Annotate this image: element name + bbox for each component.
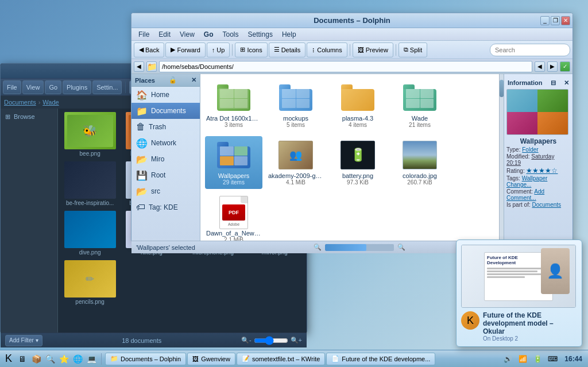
list-item[interactable]: be-free-inspiratio... — [60, 160, 119, 207]
info-selected-name: Wallpapers — [506, 137, 570, 145]
menu-view[interactable]: View — [175, 28, 199, 41]
sidebar-lock-icon[interactable]: 🔓 — [169, 76, 177, 84]
taskbar-icon-2[interactable]: 📦 — [30, 353, 42, 365]
breadcrumb-documents[interactable]: Documents — [4, 99, 36, 106]
zoom-out-icon[interactable]: 🔍 — [314, 244, 322, 251]
preview-label: Preview — [366, 47, 388, 53]
gw-toolbar-btn-plugins[interactable]: Plugins — [63, 80, 91, 94]
location-nav-right[interactable]: ▶ — [547, 61, 558, 72]
systray-icon-3[interactable]: 🔋 — [531, 353, 544, 365]
menu-settings[interactable]: Settings — [243, 28, 277, 41]
location-input[interactable] — [159, 61, 532, 72]
back-button[interactable]: ◀ Back — [134, 43, 164, 57]
dolphin-minimize-btn[interactable]: _ — [540, 16, 550, 25]
list-item[interactable]: 🐝 bee.png — [60, 111, 119, 158]
taskbar-btn-dolphin[interactable]: 📁 Documents – Dolphin — [105, 353, 186, 365]
taskbar-icon-6[interactable]: 💻 — [85, 353, 98, 365]
list-item[interactable]: PDF Adobe Dawn_of_a_New_Desktop.pdf 2.1 … — [205, 194, 262, 241]
scrollbar-thumb[interactable] — [500, 80, 504, 97]
list-item[interactable]: 🔋 battery.png 97.3 KiB — [329, 136, 386, 189]
forward-arrow-icon: ▶ — [171, 46, 175, 53]
taskbar-icon-4[interactable]: ⭐ — [57, 353, 70, 365]
list-item[interactable]: dive.png — [60, 210, 119, 257]
systray-icon-4[interactable]: ⌨ — [546, 353, 559, 365]
list-item[interactable]: Wade 21 items — [391, 79, 448, 132]
preview-button[interactable]: 🖼 Preview — [353, 43, 393, 57]
systray-icon-2[interactable]: 📶 — [516, 353, 529, 365]
taskbar-btn-okular[interactable]: 📄 Future of the KDE developme... — [326, 353, 435, 365]
taskbar-icon-1[interactable]: 🖥 — [16, 353, 29, 365]
zoom-bar[interactable] — [325, 244, 394, 251]
network-icon: 🌐 — [136, 138, 148, 149]
dolphin-close-btn[interactable]: ✕ — [561, 16, 570, 25]
up-button[interactable]: ↑ Up — [207, 43, 230, 57]
taskbar-btn-gwenview[interactable]: 🖼 Gwenview — [187, 353, 235, 365]
list-item[interactable]: ✏ pencils.png — [60, 259, 119, 306]
sidebar-item-miro[interactable]: 📂 Miro — [131, 151, 200, 167]
sidebar-item-src[interactable]: 📂 src — [131, 183, 200, 199]
menu-help[interactable]: Help — [277, 28, 301, 41]
sidebar-item-root[interactable]: 💾 Root — [131, 167, 200, 183]
list-item[interactable]: Atra Dot 1600x1200.jpg.tar.gz_[31731] 3 … — [205, 79, 262, 132]
icons-button[interactable]: ⊞ Icons — [235, 43, 267, 57]
add-comment-link[interactable]: Add Comment... — [506, 188, 544, 201]
menu-tools[interactable]: Tools — [218, 28, 243, 41]
systray-icon-1[interactable]: 🔊 — [501, 353, 514, 365]
files-grid: Atra Dot 1600x1200.jpg.tar.gz_[31731] 3 … — [205, 79, 499, 241]
okular-taskbar-label: Future of the KDE developme... — [342, 356, 430, 362]
taskbar-btn-kwrite[interactable]: 📝 sometextfile.txt – KWrite — [237, 353, 325, 365]
files-scrollbar[interactable] — [499, 74, 504, 241]
preview-cell-1 — [507, 90, 537, 112]
file-name: Atra Dot 1600x1200.jpg.tar.gz_[31731] — [206, 115, 261, 122]
zoom-out-icon[interactable]: 🔍- — [241, 337, 252, 344]
parent-folder-link[interactable]: Documents — [532, 202, 561, 208]
sidebar-item-network[interactable]: 🌐 Network — [131, 135, 200, 151]
zoom-slider[interactable] — [254, 336, 288, 345]
search-input[interactable] — [490, 44, 570, 56]
pdf-filename: Adobe — [228, 222, 239, 226]
list-item[interactable]: colorado.jpg 260.7 KiB — [391, 136, 448, 189]
zoom-in-icon[interactable]: 🔍+ — [291, 337, 302, 344]
list-item[interactable]: plasma-4.3 4 items — [329, 79, 386, 132]
gw-toolbar-btn-file[interactable]: File — [3, 80, 21, 94]
list-item[interactable]: mockups 5 items — [267, 79, 324, 132]
back-arrow-icon: ◀ — [139, 46, 144, 53]
notification-preview-inner: Future of KDEDevelopment 👤 — [462, 245, 575, 307]
breadcrumb-wade[interactable]: Wade — [42, 99, 59, 106]
add-filter-button[interactable]: Add Filter ▾ — [5, 335, 42, 346]
dolphin-restore-btn[interactable]: ❐ — [551, 16, 560, 25]
zoom-in-icon[interactable]: 🔍 — [397, 244, 405, 251]
home-folder-icon[interactable]: 📁 — [146, 61, 157, 72]
taskbar-icon-3[interactable]: 🔍 — [44, 353, 56, 365]
menu-file[interactable]: File — [134, 28, 154, 41]
info-close-icon[interactable]: ✕ — [564, 79, 569, 87]
sidebar-item-tag-kde[interactable]: 🏷 Tag: KDE — [131, 199, 200, 215]
gw-toolbar-btn-view[interactable]: View — [22, 80, 44, 94]
info-detach-icon[interactable]: ⊟ — [551, 79, 556, 87]
columns-button[interactable]: ⫶ Columns — [307, 43, 347, 57]
gw-sidebar-item-browse[interactable]: ⊞ Browse — [1, 109, 57, 125]
details-button[interactable]: ☰ Details — [269, 43, 306, 57]
person-image: 👤 — [541, 248, 570, 294]
gwenview-status: Add Filter ▾ 18 documents 🔍- 🔍+ — [1, 333, 307, 347]
split-button[interactable]: ⧉ Split — [399, 43, 427, 57]
sidebar-item-trash[interactable]: 🗑 Trash — [131, 119, 200, 135]
change-link[interactable]: Change... — [506, 181, 531, 188]
gw-toolbar-btn-go[interactable]: Go — [45, 80, 61, 94]
location-back-btn[interactable]: ◀ — [134, 61, 144, 72]
list-item[interactable]: Wallpapers 29 items — [205, 136, 262, 189]
list-item[interactable]: 👥 akademy-2009-group-photo.jpg 4.1 MiB — [267, 136, 324, 189]
menu-go[interactable]: Go — [199, 28, 218, 41]
location-confirm-btn[interactable]: ✓ — [560, 61, 570, 72]
taskbar-icon-5[interactable]: 🌐 — [71, 353, 84, 365]
sidebar-item-home[interactable]: 🏠 Home — [131, 87, 200, 103]
sidebar-item-documents[interactable]: 📁 Documents — [131, 103, 200, 119]
file-meta: 4 items — [349, 122, 367, 128]
location-nav-left[interactable]: ◀ — [535, 61, 545, 72]
sidebar-close-icon[interactable]: ✕ — [191, 76, 196, 84]
menu-edit[interactable]: Edit — [154, 28, 175, 41]
gw-toolbar-btn-settings[interactable]: Settin... — [92, 80, 122, 94]
dolphin-toolbar: ◀ Back ▶ Forward ↑ Up ⊞ Icons ☰ Details … — [131, 41, 572, 59]
forward-button[interactable]: ▶ Forward — [165, 43, 205, 57]
taskbar-start-icon[interactable]: K — [2, 353, 15, 365]
